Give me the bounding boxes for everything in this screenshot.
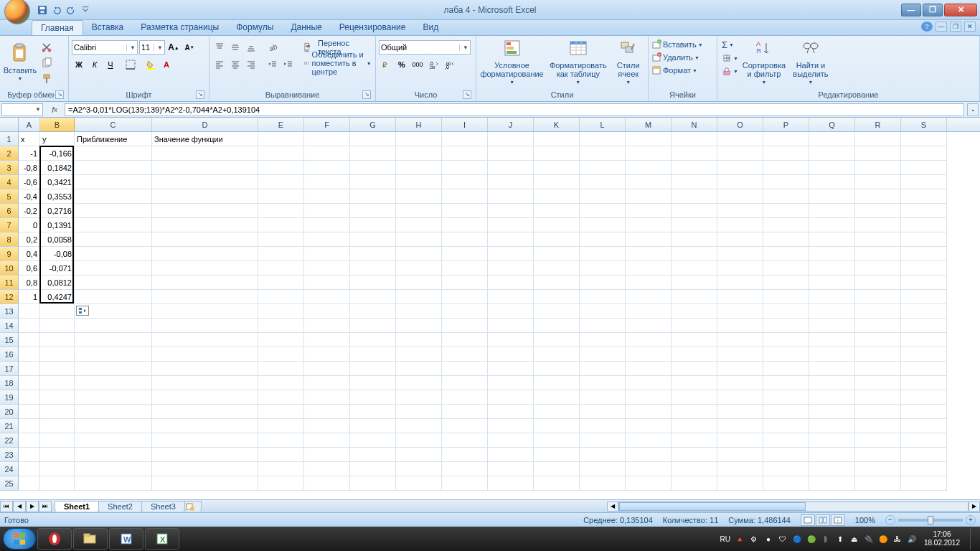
cell[interactable] xyxy=(763,333,809,347)
cell[interactable] xyxy=(442,304,488,319)
sort-filter-button[interactable]: АЯ Сортировка и фильтр▼ xyxy=(741,37,787,85)
cell[interactable] xyxy=(717,419,763,433)
cell[interactable] xyxy=(152,161,258,175)
cell[interactable] xyxy=(304,189,350,204)
cell[interactable] xyxy=(75,146,152,161)
cell[interactable] xyxy=(396,232,442,247)
cell[interactable] xyxy=(855,462,901,476)
cell[interactable] xyxy=(626,218,672,232)
cell[interactable] xyxy=(152,204,258,218)
cell[interactable] xyxy=(855,247,901,261)
battery-icon[interactable]: 🔌 xyxy=(864,534,874,544)
cell[interactable] xyxy=(258,276,304,290)
cell[interactable] xyxy=(19,448,40,462)
cell[interactable] xyxy=(396,218,442,232)
cell[interactable] xyxy=(75,247,152,261)
cell[interactable] xyxy=(580,218,626,232)
row-header[interactable]: 1 xyxy=(0,132,19,146)
cell[interactable]: 0,2 xyxy=(19,232,40,247)
name-box[interactable]: ▼ xyxy=(1,103,43,116)
cell[interactable] xyxy=(40,304,75,319)
cell[interactable] xyxy=(350,362,396,376)
cell[interactable] xyxy=(809,390,855,405)
cell[interactable] xyxy=(626,433,672,448)
cell[interactable] xyxy=(626,204,672,218)
volume-icon[interactable]: 🔊 xyxy=(907,534,917,544)
cell[interactable] xyxy=(304,161,350,175)
task-explorer[interactable] xyxy=(73,528,108,550)
cell[interactable] xyxy=(396,362,442,376)
cell[interactable] xyxy=(809,175,855,189)
row-header[interactable]: 14 xyxy=(0,319,19,333)
cell[interactable] xyxy=(672,405,717,419)
cell[interactable] xyxy=(152,419,258,433)
zoom-slider[interactable] xyxy=(898,519,963,522)
cell[interactable] xyxy=(809,189,855,204)
cell[interactable] xyxy=(534,175,580,189)
cell[interactable] xyxy=(580,390,626,405)
cell[interactable] xyxy=(763,448,809,462)
cell[interactable] xyxy=(40,333,75,347)
cell[interactable] xyxy=(442,290,488,304)
cell[interactable] xyxy=(152,390,258,405)
cell[interactable] xyxy=(809,161,855,175)
cell[interactable] xyxy=(442,448,488,462)
cell[interactable] xyxy=(901,333,947,347)
cell[interactable] xyxy=(396,161,442,175)
cell[interactable] xyxy=(488,146,534,161)
cell[interactable] xyxy=(717,304,763,319)
cell[interactable] xyxy=(901,218,947,232)
cell[interactable] xyxy=(258,319,304,333)
cell[interactable] xyxy=(626,161,672,175)
show-desktop-button[interactable] xyxy=(970,528,977,550)
cell[interactable] xyxy=(809,405,855,419)
sheet-tab[interactable]: Sheet3 xyxy=(141,501,185,512)
cell[interactable] xyxy=(304,304,350,319)
cell[interactable] xyxy=(75,232,152,247)
cell[interactable] xyxy=(19,347,40,362)
cell[interactable] xyxy=(304,448,350,462)
cell[interactable] xyxy=(152,462,258,476)
cell[interactable] xyxy=(580,419,626,433)
cell[interactable] xyxy=(626,405,672,419)
cell[interactable] xyxy=(19,462,40,476)
grow-font-icon[interactable]: A▲ xyxy=(166,40,181,55)
cell[interactable] xyxy=(75,175,152,189)
dialog-launcher-icon[interactable]: ↘ xyxy=(55,90,64,99)
cell[interactable] xyxy=(672,319,717,333)
cell[interactable] xyxy=(855,261,901,276)
cell[interactable] xyxy=(901,376,947,390)
cell[interactable] xyxy=(350,433,396,448)
cell[interactable] xyxy=(809,476,855,491)
row-header[interactable]: 25 xyxy=(0,476,19,491)
select-all-corner[interactable] xyxy=(0,118,19,131)
cell[interactable] xyxy=(75,290,152,304)
column-header[interactable]: P xyxy=(763,118,809,131)
cell[interactable] xyxy=(717,462,763,476)
row-header[interactable]: 18 xyxy=(0,376,19,390)
row-header[interactable]: 16 xyxy=(0,347,19,362)
paste-button[interactable]: Вставить ▼ xyxy=(3,37,37,85)
cell[interactable] xyxy=(672,290,717,304)
cell[interactable] xyxy=(763,175,809,189)
cell[interactable] xyxy=(396,448,442,462)
save-icon[interactable] xyxy=(36,4,49,17)
cell[interactable] xyxy=(19,319,40,333)
cell[interactable] xyxy=(488,175,534,189)
cell[interactable] xyxy=(488,232,534,247)
delete-cells-button[interactable]: ×Удалить▼ xyxy=(651,52,699,63)
task-opera[interactable] xyxy=(37,528,72,550)
cell[interactable] xyxy=(717,333,763,347)
cell[interactable]: 0,8 xyxy=(19,276,40,290)
cell[interactable] xyxy=(763,419,809,433)
cell[interactable] xyxy=(396,347,442,362)
cell[interactable] xyxy=(442,476,488,491)
cell[interactable] xyxy=(19,390,40,405)
cell[interactable] xyxy=(488,476,534,491)
ribbon-minimize-button[interactable]: — xyxy=(936,22,947,32)
task-word[interactable]: W xyxy=(109,528,143,550)
cell[interactable]: 0,0812 xyxy=(40,276,75,290)
cell[interactable] xyxy=(717,290,763,304)
insert-cells-button[interactable]: +Вставить▼ xyxy=(651,39,703,50)
cell[interactable] xyxy=(304,376,350,390)
